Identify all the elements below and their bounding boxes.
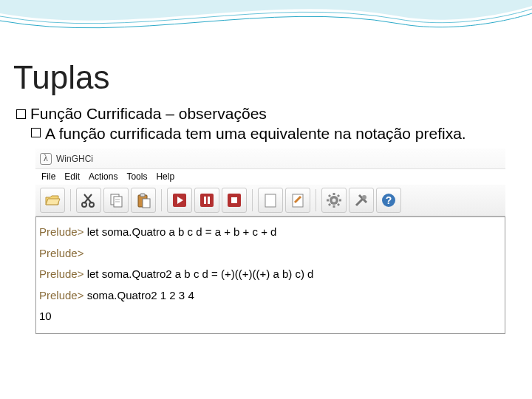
- open-button[interactable]: [40, 188, 65, 213]
- prompt-text: Prelude>: [39, 225, 83, 238]
- help-button[interactable]: ?: [376, 188, 401, 213]
- app-title: WinGHCi: [56, 154, 93, 164]
- wrench-screwdriver-icon: [353, 192, 369, 208]
- tools-button[interactable]: [349, 188, 374, 213]
- paste-button[interactable]: [131, 188, 156, 213]
- pause-button[interactable]: [194, 188, 219, 213]
- copy-icon: [108, 192, 124, 208]
- svg-rect-9: [140, 194, 145, 197]
- svg-point-33: [362, 195, 366, 200]
- edit-button[interactable]: [285, 188, 310, 213]
- settings-button[interactable]: [321, 188, 347, 213]
- scissors-icon: [81, 192, 97, 208]
- separator-icon: [70, 189, 71, 211]
- console-line: Prelude> let soma.Quatro2 a b c d = (+)(…: [39, 264, 502, 285]
- pause-icon: [199, 192, 215, 208]
- help-icon: ?: [381, 192, 397, 208]
- paste-icon: [135, 192, 151, 208]
- document-blank-icon: [262, 192, 279, 208]
- prompt-text: Prelude>: [39, 289, 83, 301]
- console-line: Prelude> let soma.Quatro a b c d = a + b…: [39, 222, 502, 243]
- folder-open-icon: [44, 191, 61, 209]
- menu-file[interactable]: File: [41, 171, 55, 182]
- stop-icon: [226, 192, 242, 208]
- svg-rect-14: [204, 197, 206, 204]
- bullet-level2: A função currificada tem uma equivalente…: [31, 125, 519, 143]
- prompt-text: Prelude>: [39, 267, 83, 280]
- console-line: Prelude>: [39, 243, 502, 265]
- bullet1-text: Função Currificada – observações: [30, 105, 267, 123]
- console-line: Prelude> soma.Quatro2 1 2 3 4: [39, 285, 502, 307]
- svg-rect-15: [208, 197, 210, 204]
- svg-rect-17: [231, 197, 237, 203]
- menubar: File Edit Actions Tools Help: [35, 169, 505, 184]
- separator-icon: [252, 189, 253, 211]
- cut-button[interactable]: [76, 188, 101, 213]
- copy-button[interactable]: [103, 188, 129, 213]
- svg-rect-18: [265, 194, 276, 207]
- square-bullet-icon: [31, 128, 41, 137]
- menu-edit[interactable]: Edit: [64, 171, 80, 182]
- menu-actions[interactable]: Actions: [89, 171, 117, 182]
- console-result: 10: [39, 306, 502, 327]
- svg-line-30: [329, 204, 330, 205]
- run-button[interactable]: [167, 188, 192, 213]
- bullet2-text: A função currificada tem uma equivalente…: [45, 125, 466, 143]
- svg-line-29: [338, 195, 339, 197]
- clear-button[interactable]: [258, 188, 283, 213]
- svg-line-27: [329, 195, 330, 197]
- gear-icon: [326, 192, 342, 208]
- menu-help[interactable]: Help: [156, 171, 174, 182]
- svg-line-28: [338, 204, 339, 205]
- prompt-text: Prelude>: [39, 247, 83, 259]
- square-bullet-icon: [16, 109, 26, 119]
- svg-point-3: [89, 202, 94, 207]
- separator-icon: [161, 189, 162, 211]
- play-icon: [171, 192, 188, 208]
- winghci-window: λ WinGHCi File Edit Actions Tools Help: [35, 149, 505, 334]
- bullet-level1: Função Currificada – observações: [16, 105, 519, 123]
- titlebar: λ WinGHCi: [35, 149, 505, 169]
- console-command-text: let soma.Quatro a b c d = a + b + c + d: [87, 225, 277, 238]
- console-output[interactable]: Prelude> let soma.Quatro a b c d = a + b…: [35, 216, 505, 334]
- lambda-app-icon: λ: [40, 153, 52, 165]
- pencil-icon: [290, 192, 306, 208]
- svg-text:?: ?: [386, 194, 392, 206]
- stop-button[interactable]: [222, 188, 247, 213]
- slide-title: Tuplas: [13, 59, 519, 96]
- svg-rect-13: [200, 194, 214, 207]
- svg-rect-10: [143, 199, 150, 208]
- menu-tools[interactable]: Tools: [126, 171, 147, 182]
- console-command-text: let soma.Quatro2 a b c d = (+)((+)((+) a…: [87, 267, 314, 280]
- svg-point-2: [82, 202, 86, 207]
- svg-point-22: [332, 199, 336, 202]
- toolbar: ?: [35, 184, 505, 216]
- console-command-text: soma.Quatro2 1 2 3 4: [87, 289, 194, 301]
- separator-icon: [316, 189, 316, 211]
